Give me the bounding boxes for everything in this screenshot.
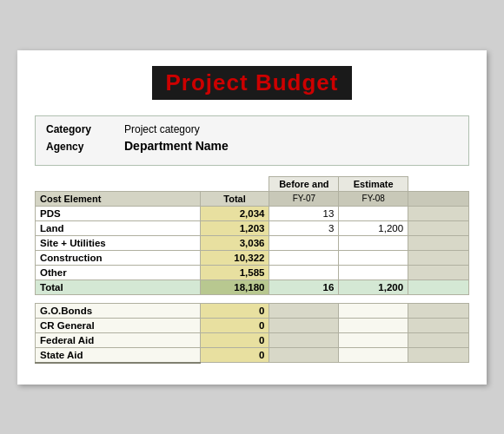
page-container: Project Budget Category Project category…: [17, 50, 487, 385]
th-total: Total: [200, 191, 269, 206]
header-row-1: Before and Estimate: [36, 176, 469, 191]
th-estimate: Estimate: [339, 176, 408, 191]
budget-table: Before and Estimate Cost Element Total F…: [35, 176, 469, 364]
title-section: Project Budget: [35, 66, 469, 100]
funding-row: Federal Aid0: [36, 332, 469, 347]
title-part2: Budget: [255, 69, 339, 95]
category-label: Category: [46, 123, 124, 135]
th-fy07: FY-07: [269, 191, 339, 206]
th-before-and: Before and: [269, 176, 339, 191]
title-part1: Project: [166, 69, 249, 95]
table-row: Other1,585: [36, 265, 469, 279]
agency-row: Agency Department Name: [46, 139, 458, 153]
category-row: Category Project category: [46, 123, 458, 135]
th-empty-3: [408, 176, 469, 191]
table-row: Site + Utilities3,036: [36, 235, 469, 250]
header-row-2: Cost Element Total FY-07 FY-08: [36, 191, 469, 206]
th-empty-1: [36, 176, 201, 191]
funding-row: State Aid0: [36, 347, 469, 363]
th-empty-2: [200, 176, 269, 191]
funding-row: CR General0: [36, 318, 469, 332]
agency-label: Agency: [46, 141, 124, 153]
th-extra: [408, 191, 469, 206]
table-row: Land1,20331,200: [36, 220, 469, 235]
funding-row: G.O.Bonds0: [36, 303, 469, 318]
agency-value: Department Name: [124, 139, 229, 153]
total-row: Total18,180161,200: [36, 279, 469, 294]
table-row: PDS2,03413: [36, 206, 469, 220]
th-fy08: FY-08: [339, 191, 408, 206]
separator-row: [36, 294, 469, 303]
page-title: Project Budget: [152, 66, 353, 100]
th-cost-element: Cost Element: [36, 191, 201, 206]
category-value: Project category: [124, 123, 200, 135]
table-row: Construction10,322: [36, 250, 469, 265]
meta-section: Category Project category Agency Departm…: [35, 115, 469, 166]
